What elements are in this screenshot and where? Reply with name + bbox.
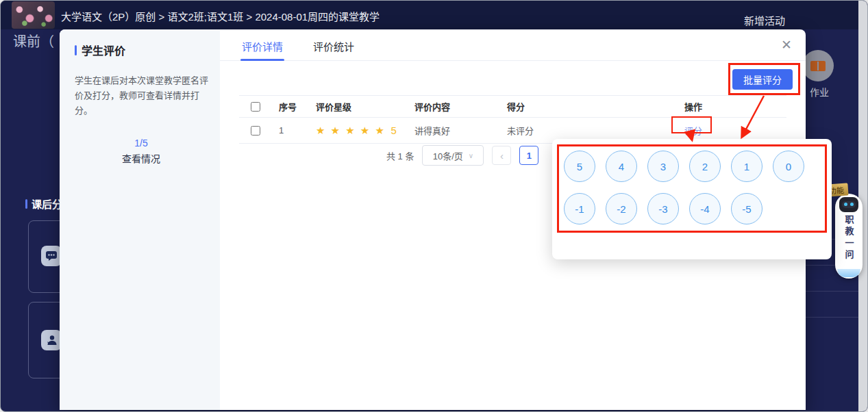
prev-page-button[interactable]: ‹	[492, 146, 511, 165]
row-checkbox[interactable]	[251, 126, 260, 136]
person-icon	[41, 330, 62, 350]
modal-sidebar: 学生评价 学生在课后对本次课堂教学匿名评价及打分，教师可查看详情并打分。 1/5…	[60, 29, 220, 410]
tab-bar: 评价详情 评价统计	[220, 29, 806, 61]
score-row-2: -1-2-3-4-5	[564, 193, 762, 224]
tab-evaluation-stats[interactable]: 评价统计	[312, 29, 356, 60]
app-window: 大学语文（2P）原创 > 语文2班;语文1班 > 2024-08-01周四的课堂…	[0, 0, 868, 412]
score-row-1: 543210	[564, 151, 804, 182]
header-index: 序号	[272, 100, 310, 113]
course-thumbnail-image[interactable]	[12, 1, 55, 29]
chevron-down-icon: ∨	[469, 152, 473, 159]
score-circle--3[interactable]: -3	[647, 193, 679, 224]
homework-button[interactable]	[802, 50, 834, 81]
page-1-button[interactable]: 1	[519, 146, 538, 165]
header-action: 操作	[680, 100, 786, 113]
score-circle-0[interactable]: 0	[773, 151, 804, 182]
cell-index: 1	[272, 125, 310, 136]
table-header-row: 序号 评价星级 评价内容 得分 操作	[239, 96, 786, 118]
comment-bubble-icon	[41, 246, 62, 266]
score-circle--5[interactable]: -5	[731, 193, 762, 224]
total-count-label: 共 1 条	[386, 149, 414, 162]
tab-evaluation-detail[interactable]: 评价详情	[240, 29, 284, 60]
score-circle-1[interactable]: 1	[731, 151, 762, 182]
score-action-link[interactable]: 评分	[684, 126, 702, 136]
homework-label: 作业	[810, 85, 829, 99]
score-circle-4[interactable]: 4	[606, 151, 637, 182]
header-stars: 评价星级	[310, 100, 410, 113]
score-circle-2[interactable]: 2	[689, 151, 721, 182]
batch-score-button[interactable]: 批量评分	[732, 69, 793, 90]
modal-description: 学生在课后对本次课堂教学匿名评价及打分，教师可查看详情并打分。	[75, 73, 209, 118]
wave-decoration	[837, 269, 860, 277]
view-status-link[interactable]: 查看情况	[75, 151, 208, 165]
breadcrumb: 大学语文（2P）原创 > 语文2班;语文1班 > 2024-08-01周四的课堂…	[61, 9, 380, 23]
select-all-checkbox[interactable]	[251, 102, 260, 112]
title-accent-bar	[75, 45, 77, 55]
book-icon	[810, 61, 826, 71]
score-popup: 543210 -1-2-3-4-5	[552, 139, 832, 259]
new-activity-button[interactable]: 新增活动	[744, 13, 785, 27]
star-value: 5	[391, 125, 397, 136]
post-class-section-label: 课后分	[25, 196, 62, 211]
cell-content: 讲得真好	[410, 124, 503, 137]
top-bar: 大学语文（2P）原创 > 语文2班;语文1班 > 2024-08-01周四的课堂…	[1, 1, 859, 29]
assistant-label: 职教一问	[843, 215, 856, 269]
score-circle--1[interactable]: -1	[564, 193, 595, 224]
assistant-widget-button[interactable]: 职教一问	[835, 194, 863, 279]
robot-icon	[839, 197, 858, 212]
score-circle--4[interactable]: -4	[689, 193, 721, 224]
cell-score: 未评分	[503, 124, 680, 137]
modal-title: 学生评价	[75, 42, 208, 58]
header-content: 评价内容	[410, 100, 503, 113]
score-circle--2[interactable]: -2	[606, 193, 637, 224]
score-circle-5[interactable]: 5	[564, 151, 595, 182]
page-size-select[interactable]: 10条/页 ∨	[422, 145, 484, 166]
header-score: 得分	[503, 100, 680, 113]
star-rating-icons: ★ ★ ★ ★ ★	[316, 125, 386, 136]
evaluation-table: 序号 评价星级 评价内容 得分 操作 1 ★ ★ ★ ★ ★ 5 讲得真好 未评…	[239, 95, 786, 144]
evaluation-progress: 1/5	[75, 138, 208, 149]
score-circle-3[interactable]: 3	[647, 151, 679, 182]
section-accent-bar	[25, 199, 27, 209]
pre-class-section-label: 课前（	[13, 31, 54, 51]
cell-stars: ★ ★ ★ ★ ★ 5	[310, 125, 410, 137]
close-icon[interactable]: ✕	[781, 38, 792, 51]
pagination: 共 1 条 10条/页 ∨ ‹ 1	[386, 145, 538, 166]
